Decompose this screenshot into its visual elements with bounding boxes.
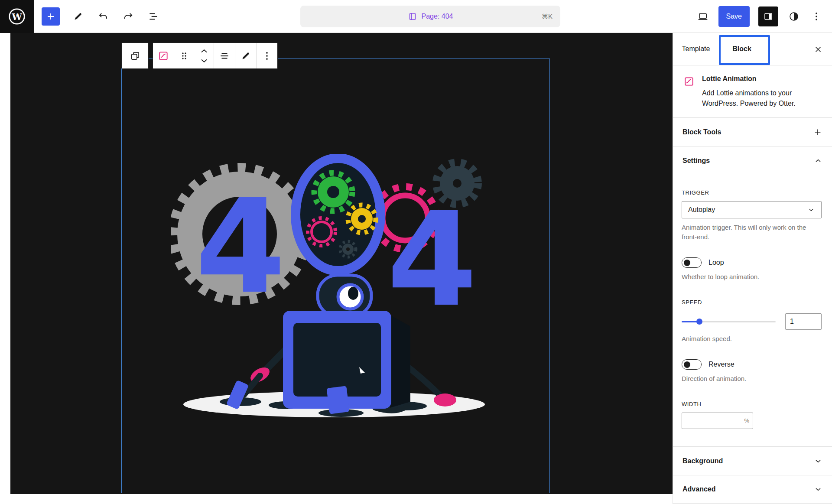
tab-block[interactable]: Block [719,33,765,65]
editor-top-bar: W Page: 404 ⌘K Save [0,0,832,33]
toolbar-options-icon[interactable] [257,43,277,68]
toggle-knob [684,260,690,266]
panel-background[interactable]: Background [673,446,832,475]
svg-text:W: W [11,11,22,22]
chevron-up-icon [814,156,822,165]
loop-label: Loop [708,259,724,267]
styles-icon[interactable] [787,10,801,23]
close-icon[interactable] [810,42,826,57]
panel-block-tools[interactable]: Block Tools [673,117,832,146]
select-parent-block-button[interactable] [121,42,149,69]
chevron-down-icon [814,457,822,465]
panel-advanced[interactable]: Advanced [673,475,832,504]
command-shortcut: ⌘K [542,13,552,20]
lottie-block-icon[interactable] [153,43,174,68]
block-toolbar [153,42,278,69]
trigger-select[interactable]: Autoplay [682,201,822,218]
svg-text:4: 4 [387,184,478,335]
template-dark-background[interactable]: 4 4 [10,33,673,494]
options-menu-icon[interactable] [809,10,823,23]
settings-sidebar-toggle[interactable] [758,7,778,26]
settings-panel-body: TRIGGER Autoplay Animation trigger. This… [673,175,832,446]
move-down-icon[interactable] [200,56,208,65]
slider-thumb[interactable] [696,319,702,325]
page-title: Page: 404 [422,13,453,20]
speed-label: SPEED [682,299,822,306]
loop-help: Whether to loop animation. [682,272,822,282]
reverse-help: Direction of animation. [682,374,822,384]
speed-help: Animation speed. [682,334,822,344]
width-input[interactable] [682,413,753,429]
svg-text:4: 4 [195,171,286,322]
block-title: Lottie Animation [702,75,822,83]
chevron-down-icon [814,485,822,494]
preview-icon[interactable] [696,10,710,23]
wordpress-logo-icon[interactable]: W [0,0,34,33]
reverse-label: Reverse [708,361,734,368]
plus-icon [813,127,822,137]
speed-input[interactable] [785,313,822,330]
undo-icon[interactable] [96,10,110,23]
loop-toggle[interactable] [682,257,702,268]
active-tab-underline [720,64,765,65]
list-view-icon[interactable] [146,10,160,23]
trigger-help: Animation trigger. This will only work o… [682,223,822,242]
tab-template[interactable]: Template [673,33,719,65]
block-description: Add Lottie animations to your WordPress.… [702,88,822,109]
toggle-knob [684,361,690,368]
lottie-block-icon [683,75,695,109]
save-button[interactable]: Save [718,6,750,27]
block-card: Lottie Animation Add Lottie animations t… [673,65,832,117]
drag-handle-icon[interactable] [174,43,195,68]
404-robot-illustration: 4 4 [171,154,500,423]
trigger-label: TRIGGER [682,189,822,196]
reverse-toggle[interactable] [682,359,702,370]
settings-sidebar: Template Block Lottie Animation Add Lott… [673,33,832,504]
width-label: WIDTH [682,401,822,407]
chevron-down-icon [807,206,815,214]
block-inserter-button[interactable] [42,7,60,26]
width-unit: % [744,417,749,424]
document-switcher[interactable]: Page: 404 ⌘K [300,6,560,27]
edit-tool-icon[interactable] [71,10,85,23]
speed-slider[interactable] [682,316,776,327]
page-icon [408,12,417,21]
editor-canvas: 4 4 [0,33,673,504]
move-up-icon[interactable] [200,46,208,56]
edit-icon[interactable] [235,43,256,68]
align-icon[interactable] [214,43,235,68]
sidebar-tabs: Template Block [673,33,832,65]
redo-icon[interactable] [121,10,135,23]
panel-settings-header[interactable]: Settings [673,146,832,175]
